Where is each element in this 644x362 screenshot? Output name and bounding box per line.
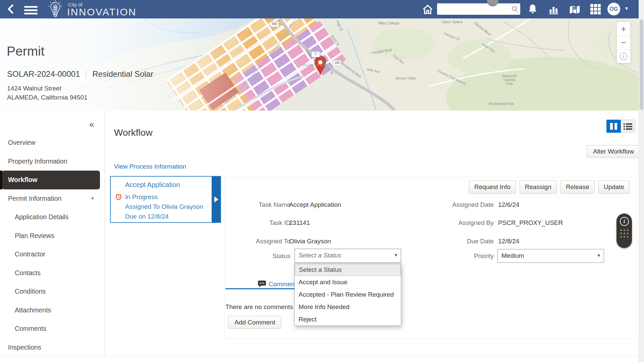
sidebar-item-label: Application Details <box>15 213 68 221</box>
task-card-status: In Progress <box>125 193 158 201</box>
card-view-toggle-icon[interactable] <box>606 120 621 133</box>
back-icon[interactable] <box>5 3 17 15</box>
sidebar-item-label: Contacts <box>15 269 41 277</box>
sidebar-item-label: Overview <box>8 139 35 146</box>
info-icon: i <box>620 217 629 226</box>
chevron-down-icon: ▾ <box>597 252 600 258</box>
sidebar-item-plan-reviews[interactable]: Plan Reviews <box>0 227 105 245</box>
due-date-value: 12/8/24 <box>498 238 519 245</box>
chevron-down-icon: ▼ <box>91 196 95 201</box>
assigned-to-label: Assigned To <box>213 238 290 245</box>
sidebar-item-label: Property Information <box>8 158 67 165</box>
map-zoom-in-button[interactable]: + <box>616 22 631 36</box>
status-option-select-a-status[interactable]: Select a Status <box>295 264 401 276</box>
sidebar-item-permit-information[interactable]: Permit Information▼ <box>0 189 105 208</box>
active-tab-underline <box>225 288 294 289</box>
map-explorer-icon[interactable] <box>569 4 581 16</box>
sidebar-item-overview[interactable]: Overview <box>0 133 105 152</box>
user-avatar[interactable]: OG <box>607 3 620 15</box>
request-info-button[interactable]: Request Info <box>469 180 516 194</box>
task-card-expand-strip[interactable] <box>212 177 220 222</box>
status-select[interactable]: Select a Status ▾ <box>294 249 401 263</box>
map-label: Open Space <box>442 20 463 24</box>
bottom-divider <box>0 356 644 356</box>
map-zoom-out-button[interactable]: − <box>616 36 631 50</box>
global-search <box>437 3 520 15</box>
sidebar-item-label: Contractor <box>15 250 45 258</box>
sidebar-item-label: Inspections <box>8 344 41 351</box>
assigned-to-value: Olivia Grayson <box>289 238 331 245</box>
permit-address-line2: ALAMEDA, California 94501 <box>7 94 88 101</box>
sidebar-navigation: OverviewProperty InformationWorkflowPerm… <box>0 133 105 357</box>
city-logo-bulb-icon <box>46 0 65 20</box>
permit-type: Residential Solar <box>92 69 153 79</box>
app-window: City of INNOVATION OG ▼ <box>0 0 644 362</box>
map-label: Mills College <box>378 21 399 25</box>
help-floating-widget[interactable]: i <box>616 214 632 248</box>
status-option-accepted-plan-review-required[interactable]: Accepted - Plan Review Required <box>295 288 401 301</box>
notifications-bell-icon[interactable] <box>527 4 538 16</box>
task-id-value: 231141 <box>289 219 310 227</box>
task-action-buttons: Request InfoReassignReleaseUpdate <box>469 180 630 194</box>
list-view-toggle-icon[interactable] <box>621 120 635 133</box>
chevron-down-icon: ▾ <box>394 252 397 258</box>
home-icon[interactable] <box>422 4 433 16</box>
view-process-information-link[interactable]: View Process Information <box>114 163 186 170</box>
status-select-value: Select a Status <box>299 252 341 259</box>
status-label: Status <box>213 252 290 260</box>
analytics-chart-icon[interactable] <box>548 4 559 16</box>
assigned-date-label: Assigned Date <box>417 201 494 208</box>
map-controls: + − i <box>616 22 631 63</box>
sidebar-item-workflow[interactable]: Workflow <box>2 171 100 189</box>
page-scrollbar[interactable] <box>639 0 644 362</box>
sidebar-item-label: Conditions <box>15 288 46 295</box>
map-banner: Mills CollegeOpen SpaceSkyline BlvdCampu… <box>0 18 644 111</box>
app-grid-icon[interactable] <box>590 4 601 16</box>
priority-select-value: Medium <box>501 252 524 259</box>
info-icon: i <box>620 53 627 60</box>
update-button[interactable]: Update <box>598 180 630 194</box>
alter-workflow-button[interactable]: Alter Workflow <box>587 145 640 158</box>
page-header-title: Permit <box>7 44 45 59</box>
map-label: Arroyo Viejo <box>396 76 416 80</box>
task-name-label: Task Name <box>213 201 290 208</box>
sidebar-collapse-icon[interactable]: « <box>89 119 94 130</box>
task-card-assignee: Assigned To Olivia Grayson <box>125 203 203 210</box>
status-option-accept-and-issue[interactable]: Accept and Issue <box>295 276 401 288</box>
status-option-reject[interactable]: Reject <box>295 313 401 325</box>
avatar-chevron-down-icon[interactable]: ▼ <box>624 6 629 11</box>
scrollbar-thumb[interactable] <box>640 19 643 110</box>
status-dropdown-menu: Select a StatusAccept and IssueAccepted … <box>294 263 401 326</box>
task-id-label: Task ID <box>213 219 290 227</box>
sidebar-item-label: Permit Information <box>8 195 61 202</box>
add-comment-button[interactable]: Add Comment <box>228 316 281 329</box>
sidebar-item-property-information[interactable]: Property Information <box>0 152 105 171</box>
divider <box>86 70 86 78</box>
search-icon[interactable] <box>511 5 519 14</box>
status-option-more-info-needed[interactable]: More Info Needed <box>295 301 401 313</box>
task-name-value: Accept Application <box>289 201 341 208</box>
sidebar-item-attachments[interactable]: Attachments <box>0 301 105 320</box>
map-info-button[interactable]: i <box>616 50 631 63</box>
priority-label: Priority <box>417 252 494 260</box>
permit-address-line1: 1424 Walnut Street <box>7 85 61 92</box>
reassign-button[interactable]: Reassign <box>520 180 557 194</box>
view-toggle <box>606 120 635 133</box>
sidebar-item-label: Workflow <box>8 176 37 184</box>
search-input[interactable] <box>440 4 510 14</box>
assigned-date-value: 12/6/24 <box>498 201 519 208</box>
sidebar-item-application-details[interactable]: Application Details <box>0 208 105 227</box>
map-city-label: Alameda <box>303 63 327 68</box>
comments-bubble-icon <box>257 280 266 289</box>
sidebar-item-inspections[interactable]: Inspections <box>0 338 105 357</box>
sidebar-item-contractor[interactable]: Contractor <box>0 245 105 264</box>
sidebar-item-label: Comments <box>15 325 46 333</box>
hamburger-menu-icon[interactable] <box>24 4 38 16</box>
workflow-task-card[interactable]: Accept Application In Progress Assigned … <box>110 176 221 223</box>
sidebar-item-conditions[interactable]: Conditions <box>0 282 105 301</box>
release-button[interactable]: Release <box>560 180 595 194</box>
sidebar-item-comments[interactable]: Comments <box>0 319 105 338</box>
section-title: Workflow <box>114 127 153 138</box>
priority-select[interactable]: Medium ▾ <box>497 249 604 263</box>
sidebar-item-contacts[interactable]: Contacts <box>0 264 105 283</box>
